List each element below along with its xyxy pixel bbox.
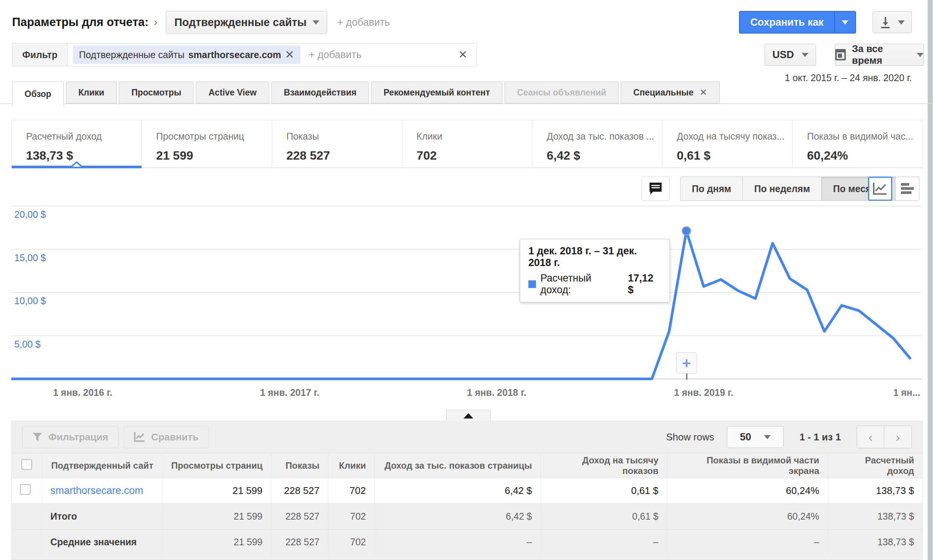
zoom-plus-button[interactable]: + [676,352,697,374]
collapse-chart-button[interactable] [446,410,491,421]
save-as-button[interactable]: Сохранить как [739,11,834,34]
filter-chip[interactable]: Подтвержденные сайты smarthorsecare.com … [73,46,300,64]
table-body: smarthorsecare.com21 599228 5277026,42 $… [12,478,922,555]
tab-label: Сеансы объявлений [517,88,606,98]
granularity-button[interactable]: По дням [681,177,743,200]
add-dimension-link[interactable]: + добавить [337,17,390,28]
report-table-section: Фильтрация Сравнить Show rows 50 1 - 1 и… [11,421,923,560]
save-as-split-button: Сохранить как [739,11,856,34]
tab-label: Active View [208,88,256,98]
filter-bar[interactable]: Фильтр Подтвержденные сайты smarthorseca… [12,43,477,66]
x-axis-tick: 1 ян... [893,387,920,398]
metric-card[interactable]: Показы в видимой час...60,24% [792,120,923,168]
column-header[interactable]: Подтвержденный сайт [42,453,163,478]
selected-notch [71,161,83,166]
y-axis-tick: 5,00 $ [14,339,41,350]
series-swatch [528,280,536,288]
pagination-info: 1 - 1 из 1 [799,431,841,443]
line-chart-button[interactable] [868,177,892,201]
column-header[interactable]: Просмотры страниц [163,453,271,478]
column-header[interactable]: Доход за тыс. показов страницы [374,453,540,478]
zoom-tick [686,374,687,380]
next-page-button[interactable]: › [884,426,911,448]
save-as-dropdown[interactable] [834,11,856,34]
adsense-report-page: Параметры для отчета: › Подтвержденные с… [0,0,933,560]
table-row-total: Итого21 599228 5277026,42 $0,61 $60,24%1… [12,504,922,529]
metric-card[interactable]: Доход за тыс. показов ...6,42 $ [532,120,662,168]
report-type-dropdown[interactable]: Подтвержденные сайты [166,11,327,34]
table-cell: 702 [328,529,374,555]
table-row-site: smarthorsecare.com21 599228 5277026,42 $… [12,478,922,504]
tab-специальные[interactable]: Специальные✕ [621,82,720,103]
chevron-down-icon [917,53,924,57]
x-axis-tick: 1 янв. 2017 г. [260,387,319,398]
report-type-label: Подтвержденные сайты [174,16,306,29]
site-link[interactable]: smarthorsecare.com [51,485,143,496]
select-all-checkbox[interactable] [22,459,32,470]
table-compare-button[interactable]: Сравнить [124,426,209,448]
tab-просмотры[interactable]: Просмотры [119,82,194,103]
tab-active-view[interactable]: Active View [196,82,269,103]
annotations-button[interactable] [642,177,670,201]
table-cell: 21 599 [163,529,271,555]
filter-clear-icon[interactable]: ✕ [458,49,468,60]
metric-value: 0,61 $ [677,149,788,163]
table-cell: 138,73 $ [828,529,922,555]
tab-обзор[interactable]: Обзор [12,82,64,106]
granularity-button[interactable]: По неделям [743,177,822,200]
metric-value: 702 [417,149,528,163]
metric-label: Доход на тысячу показ... [677,131,788,142]
show-rows-label: Show rows [666,431,714,443]
tab-close-icon[interactable]: ✕ [700,87,707,98]
metric-card[interactable]: Клики702 [402,120,532,168]
tab-label: Обзор [25,89,51,99]
bar-chart-icon [900,182,915,195]
row-checkbox[interactable] [20,484,31,495]
tooltip-date: 1 дек. 2018 г. – 31 дек. 2018 г. [528,245,661,269]
column-header[interactable]: Показы в видимой части экрана [667,453,828,478]
column-header[interactable]: Расчетный доход [828,453,922,478]
download-icon [880,16,891,28]
metric-card[interactable]: Расчетный доход138,73 $ [11,120,142,168]
bar-chart-button[interactable] [895,177,919,201]
table-cell: 0,61 $ [540,478,667,504]
tab-рекомендуемый-контент[interactable]: Рекомендуемый контент [371,82,502,103]
rows-per-page-dropdown[interactable]: 50 [727,426,784,448]
metric-value: 138,73 $ [26,149,138,163]
filter-add-placeholder[interactable]: + добавить [309,49,362,61]
table-filter-button[interactable]: Фильтрация [22,426,119,448]
date-range-dropdown[interactable]: За все время [835,44,924,66]
calendar-icon [835,49,846,60]
scrollbar-track[interactable] [927,0,933,560]
tab-клики[interactable]: Клики [66,82,117,103]
tab-сеансы-объявлений[interactable]: Сеансы объявлений [505,82,619,103]
metric-card[interactable]: Показы228 527 [272,120,402,168]
tab-взаимодействия[interactable]: Взаимодействия [271,82,369,103]
pagination-controls: ‹ › [857,426,912,448]
scrollbar-thumb[interactable] [928,0,933,560]
y-axis-tick: 20,00 $ [14,209,46,220]
download-button[interactable] [873,11,912,33]
prev-page-button[interactable]: ‹ [857,426,884,448]
metric-card[interactable]: Просмотры страниц21 599 [142,120,272,168]
column-header[interactable]: Показы [271,453,328,478]
tab-label: Специальные [633,88,693,98]
chart-canvas [0,200,933,381]
rows-per-page-value: 50 [740,431,751,443]
y-axis-tick: 15,00 $ [14,252,46,263]
tab-label: Клики [79,88,104,98]
filter-label: Фильтр [12,43,68,66]
chip-close-icon[interactable]: ✕ [285,49,294,60]
currency-dropdown[interactable]: USD [765,44,816,66]
metric-card[interactable]: Доход на тысячу показ...0,61 $ [662,120,792,168]
top-bar: Параметры для отчета: › Подтвержденные с… [12,8,912,37]
metric-label: Клики [417,131,528,142]
x-axis-tick: 1 янв. 2018 г. [467,387,526,398]
column-header[interactable]: Клики [328,453,374,478]
table-row-avg: Средние значения21 599228 527702–––138,7… [12,529,922,555]
revenue-line-chart[interactable]: 20,00 $15,00 $10,00 $5,00 $ 1 дек. 2018 … [0,200,933,381]
column-header[interactable]: Доход на тысячу показов [540,453,667,478]
metric-label: Расчетный доход [26,131,138,142]
table-header-row: Подтвержденный сайтПросмотры страницПока… [12,453,922,478]
table-cell: 6,42 $ [374,504,540,529]
